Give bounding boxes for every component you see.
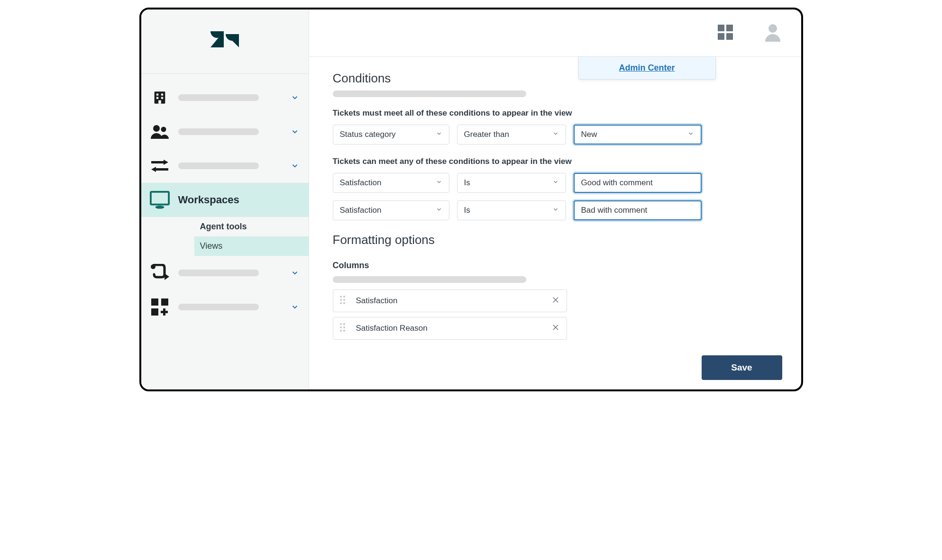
condition-operator-select[interactable]: Is [457, 173, 566, 193]
svg-rect-5 [161, 97, 163, 99]
formatting-title: Formatting options [333, 233, 777, 247]
formatting-block: Formatting options Columns Satisfaction … [333, 233, 777, 340]
condition-value-select[interactable]: New [574, 125, 702, 145]
sidebar-item-workspaces[interactable]: Workspaces [141, 183, 309, 217]
condition-value-select[interactable]: Bad with comment [574, 200, 702, 220]
svg-marker-15 [165, 273, 169, 280]
admin-center-link[interactable]: Admin Center [619, 63, 675, 73]
columns-label: Columns [333, 261, 777, 271]
chevron-down-icon [290, 268, 300, 278]
main-area: Admin Center Conditions Tickets must mee… [309, 9, 801, 389]
select-value: Satisfaction [340, 206, 382, 215]
select-value: New [581, 130, 597, 139]
nav-placeholder [178, 304, 259, 310]
app-window: Workspaces Agent tools Views [139, 8, 803, 391]
nav-placeholder [178, 163, 259, 169]
column-item[interactable]: Satisfaction Reason [333, 317, 567, 340]
chevron-down-icon [436, 130, 442, 139]
sidebar-subitem-agent-tools[interactable]: Agent tools [194, 217, 309, 236]
arrows-icon [150, 156, 170, 176]
chevron-down-icon [436, 178, 442, 188]
select-value: Is [464, 206, 470, 215]
column-label: Satisfaction Reason [356, 324, 542, 333]
sidebar: Workspaces Agent tools Views [141, 9, 309, 389]
svg-rect-4 [156, 97, 158, 99]
sidebar-item-account[interactable] [141, 81, 309, 115]
nav-placeholder [178, 128, 259, 135]
zendesk-logo-icon [210, 29, 239, 54]
close-icon[interactable] [551, 323, 560, 334]
condition-row: Status category Greater than New [333, 125, 777, 145]
svg-marker-12 [151, 167, 156, 172]
condition-field-select[interactable]: Status category [333, 125, 449, 145]
sidebar-nav: Workspaces Agent tools Views [141, 74, 309, 324]
apps-grid-icon[interactable] [716, 23, 735, 44]
conditions-any-block: Tickets can meet any of these conditions… [333, 157, 777, 220]
routing-icon [150, 263, 170, 283]
condition-value-select[interactable]: Good with comment [574, 173, 702, 193]
sidebar-subnav-workspaces: Agent tools Views [141, 217, 309, 256]
svg-point-14 [155, 206, 164, 209]
svg-rect-17 [151, 298, 158, 306]
chevron-down-icon [687, 130, 694, 139]
chevron-down-icon [552, 206, 559, 215]
svg-rect-19 [151, 308, 158, 316]
svg-rect-13 [150, 192, 168, 205]
svg-rect-11 [155, 168, 168, 171]
description-placeholder [333, 276, 526, 283]
svg-rect-2 [156, 94, 158, 96]
svg-rect-3 [161, 94, 163, 96]
close-icon[interactable] [551, 296, 560, 306]
sidebar-item-objects[interactable] [141, 256, 309, 290]
user-avatar-icon[interactable] [763, 23, 782, 44]
svg-rect-18 [161, 298, 168, 306]
conditions-any-label: Tickets can meet any of these conditions… [333, 157, 777, 166]
save-button[interactable]: Save [702, 355, 782, 380]
chevron-down-icon [290, 126, 300, 137]
drag-handle-icon[interactable] [340, 323, 347, 334]
svg-point-8 [161, 127, 166, 132]
monitor-icon [150, 190, 170, 210]
sidebar-item-people[interactable] [141, 115, 309, 149]
svg-rect-25 [726, 33, 733, 40]
conditions-all-block: Tickets must meet all of these condition… [333, 108, 777, 145]
condition-operator-select[interactable]: Greater than [457, 125, 566, 145]
admin-center-popover: Admin Center [578, 57, 716, 80]
select-value: Good with comment [581, 178, 653, 188]
column-item[interactable]: Satisfaction [333, 289, 567, 312]
sidebar-item-label: Workspaces [178, 194, 239, 206]
svg-rect-9 [151, 161, 165, 163]
drag-handle-icon[interactable] [340, 296, 347, 306]
chevron-down-icon [290, 161, 300, 171]
sidebar-item-channels[interactable] [141, 149, 309, 183]
svg-marker-10 [164, 160, 168, 165]
building-icon [150, 88, 170, 108]
conditions-all-label: Tickets must meet all of these condition… [333, 108, 777, 118]
svg-rect-21 [161, 311, 168, 313]
chevron-down-icon [552, 178, 559, 188]
chevron-down-icon [552, 130, 559, 139]
chevron-down-icon [290, 92, 300, 103]
nav-placeholder [178, 270, 259, 276]
sidebar-subitem-views[interactable]: Views [194, 236, 309, 256]
sidebar-item-apps[interactable] [141, 290, 309, 324]
svg-rect-6 [158, 100, 161, 104]
chevron-down-icon [436, 206, 442, 215]
condition-field-select[interactable]: Satisfaction [333, 200, 449, 220]
condition-row: Satisfaction Is Bad with comment [333, 200, 777, 220]
svg-point-26 [768, 24, 777, 33]
condition-field-select[interactable]: Satisfaction [333, 173, 449, 193]
select-value: Satisfaction [340, 178, 382, 188]
nav-placeholder [178, 94, 259, 101]
svg-rect-23 [726, 25, 733, 31]
apps-add-icon [150, 297, 170, 317]
topbar [309, 9, 801, 57]
description-placeholder [333, 90, 526, 97]
chevron-down-icon [290, 302, 300, 312]
column-label: Satisfaction [356, 296, 542, 306]
content-area: Conditions Tickets must meet all of thes… [309, 57, 801, 389]
select-value: Bad with comment [581, 206, 648, 215]
people-icon [150, 122, 170, 142]
select-value: Is [464, 178, 470, 188]
condition-operator-select[interactable]: Is [457, 200, 566, 220]
